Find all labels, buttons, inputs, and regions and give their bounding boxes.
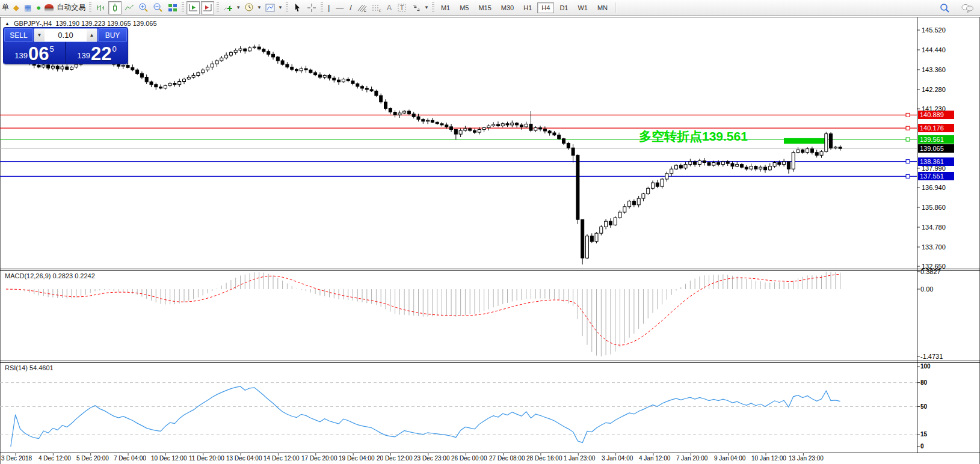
pivot-annotation-text[interactable]: 多空转折点139.561 bbox=[639, 128, 748, 145]
time-axis-label: 23 Dec 23:00 bbox=[414, 455, 450, 462]
periods-button[interactable] bbox=[242, 1, 256, 14]
line-chart-button[interactable] bbox=[123, 1, 136, 14]
macd-axis-tick: 0.00 bbox=[920, 285, 933, 293]
time-axis-label: 20 Dec 12:00 bbox=[377, 455, 413, 462]
indicators-dropdown-caret[interactable]: ▼ bbox=[235, 5, 242, 10]
volume-input[interactable] bbox=[45, 29, 87, 41]
time-axis-label: 27 Dec 08:00 bbox=[489, 455, 525, 462]
new-order-button[interactable]: 单 bbox=[0, 2, 11, 13]
cursor-button[interactable] bbox=[291, 1, 304, 14]
zoom-out-button[interactable] bbox=[152, 1, 165, 14]
price-axis-tick: 143.360 bbox=[922, 66, 946, 73]
symbol-period-label: GBPJPY-,H4 bbox=[14, 20, 52, 27]
timeframe-h1[interactable]: H1 bbox=[519, 2, 536, 13]
collapse-triangle-icon[interactable]: ▲ bbox=[5, 21, 10, 26]
timeframe-m1[interactable]: M1 bbox=[437, 2, 454, 13]
time-axis-label: 1 Jan 23:00 bbox=[564, 455, 595, 462]
macd-histogram bbox=[6, 272, 840, 356]
price-axis-tick: 135.860 bbox=[922, 204, 946, 211]
horizontal-line-tool[interactable]: — bbox=[333, 3, 347, 12]
fibonacci-tool[interactable]: F bbox=[370, 1, 383, 14]
arrows-dropdown-caret[interactable]: ▼ bbox=[424, 5, 430, 10]
timeframe-w1[interactable]: W1 bbox=[573, 2, 592, 13]
search-icon[interactable] bbox=[938, 1, 951, 14]
candles bbox=[5, 44, 842, 264]
zoom-in-button[interactable] bbox=[137, 1, 150, 14]
text-tool[interactable]: A bbox=[384, 4, 395, 12]
channel-tool[interactable]: E bbox=[356, 1, 369, 14]
sell-price-base: 139 bbox=[14, 51, 28, 60]
time-axis-label: 4 Dec 12:00 bbox=[39, 455, 71, 462]
hline-handle[interactable] bbox=[906, 126, 910, 130]
timeframe-d1[interactable]: D1 bbox=[555, 2, 572, 13]
tile-windows-button[interactable] bbox=[166, 1, 179, 14]
vertical-line-tool[interactable]: | bbox=[325, 3, 333, 12]
volume-increase-button[interactable]: ▲ bbox=[87, 29, 97, 41]
chat-icon[interactable] bbox=[960, 1, 975, 14]
timeframe-m15[interactable]: M15 bbox=[474, 2, 495, 13]
green-zone-rectangle[interactable] bbox=[784, 138, 827, 144]
sell-button[interactable]: SELL bbox=[4, 28, 33, 42]
time-axis-label: 28 Dec 16:00 bbox=[526, 455, 562, 462]
toolbar-grip bbox=[286, 2, 288, 13]
price-axis-tick: 136.940 bbox=[922, 184, 946, 191]
current-price-label: 139.065 bbox=[918, 144, 954, 153]
ohlc-values: 139.190 139.223 139.065 139.065 bbox=[55, 20, 156, 27]
bar-chart-button[interactable] bbox=[94, 1, 107, 14]
sell-price-big: 06 bbox=[28, 46, 49, 62]
svg-text:E: E bbox=[364, 9, 366, 13]
toolbar-grip bbox=[182, 2, 184, 13]
time-axis-label: 26 Dec 00:00 bbox=[451, 455, 487, 462]
volume-decrease-button[interactable]: ▼ bbox=[34, 29, 45, 41]
history-center-icon[interactable]: ◆ bbox=[11, 4, 22, 11]
buy-button[interactable]: BUY bbox=[98, 28, 127, 42]
sell-price-display[interactable]: 139 06 5 bbox=[4, 42, 66, 64]
price-axis-tick: 137.990 bbox=[922, 165, 946, 172]
toolbar-grip bbox=[432, 2, 434, 13]
price-axis-tick: 141.230 bbox=[922, 105, 946, 112]
time-axis-label: 5 Dec 20:00 bbox=[76, 455, 109, 462]
charts-window-icon[interactable]: ▦ bbox=[22, 4, 34, 11]
crosshair-button[interactable] bbox=[305, 1, 318, 14]
toolbar: 单 ◆ ▦ ● 自动交易 bbox=[0, 0, 980, 16]
periods-dropdown-caret[interactable]: ▼ bbox=[256, 5, 263, 10]
hline-price-label: 137.551 bbox=[918, 172, 954, 180]
hline-handle[interactable] bbox=[906, 113, 910, 117]
mt4-window: 单 ◆ ▦ ● 自动交易 bbox=[0, 0, 980, 464]
one-click-trading-panel: SELL ▼ ▲ BUY 139 06 5 139 22 0 bbox=[4, 28, 128, 64]
templates-button[interactable] bbox=[263, 1, 277, 14]
rsi-indicator-label: RSI(14) 54.4601 bbox=[5, 364, 54, 371]
buy-price-base: 139 bbox=[77, 51, 90, 60]
auto-scroll-button[interactable] bbox=[186, 1, 200, 14]
time-axis-label: 10 Jan 12:00 bbox=[751, 455, 786, 462]
arrows-tool[interactable] bbox=[410, 1, 423, 14]
price-axis-tick: 145.520 bbox=[922, 26, 946, 34]
timeframe-h4[interactable]: H4 bbox=[537, 2, 554, 13]
chart-shift-button[interactable] bbox=[201, 1, 214, 14]
macd-axis-tick: -1.4731 bbox=[920, 353, 943, 360]
timeframe-mn[interactable]: MN bbox=[593, 2, 612, 13]
autotrade-button[interactable]: 自动交易 bbox=[55, 2, 87, 13]
candlestick-chart-button[interactable] bbox=[108, 1, 122, 14]
timeframe-m30[interactable]: M30 bbox=[497, 2, 518, 13]
buy-price-display[interactable]: 139 22 0 bbox=[66, 42, 128, 64]
time-axis-label: 11 Dec 20:00 bbox=[189, 455, 224, 462]
buy-price-pip: 0 bbox=[112, 44, 116, 53]
text-label-tool[interactable]: T bbox=[395, 1, 408, 14]
price-axis-tick: 133.700 bbox=[922, 243, 946, 251]
chart-canvas[interactable] bbox=[0, 0, 980, 464]
timeframe-m5[interactable]: M5 bbox=[455, 2, 473, 13]
indicators-button[interactable] bbox=[221, 1, 235, 14]
trendline-tool[interactable]: / bbox=[347, 3, 355, 12]
hline-handle[interactable] bbox=[906, 174, 910, 178]
toolbar-grip bbox=[89, 2, 91, 13]
hline-handle[interactable] bbox=[906, 138, 910, 141]
hline-handle[interactable] bbox=[906, 160, 910, 163]
svg-text:T: T bbox=[400, 5, 404, 11]
time-axis-label: 3 Dec 2018 bbox=[1, 455, 32, 462]
rsi-axis-tick: 100 bbox=[920, 363, 931, 370]
time-axis-label: 13 Jan 23:00 bbox=[789, 455, 824, 462]
templates-dropdown-caret[interactable]: ▼ bbox=[277, 5, 284, 10]
time-axis-label: 13 Dec 04:00 bbox=[226, 455, 262, 462]
signals-icon[interactable]: ● bbox=[34, 4, 43, 11]
